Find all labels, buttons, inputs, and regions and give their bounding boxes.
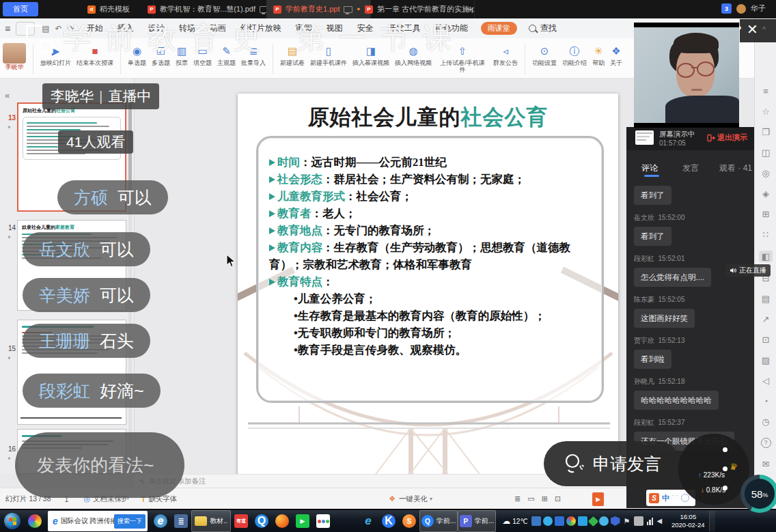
settings-button[interactable]: ⊙ 功能设置 — [529, 40, 559, 76]
taskbar-clock[interactable]: 16:05 2020-02-24 — [671, 513, 705, 529]
k-app-icon[interactable]: K — [378, 511, 399, 531]
strip-share-icon[interactable]: ↗ — [762, 315, 770, 324]
feature-intro-button[interactable]: ⓘ 功能介绍 — [559, 40, 590, 76]
strip-table-icon[interactable]: ⊞ — [762, 210, 770, 219]
thumb-number-15: 15 — [5, 345, 16, 352]
tab-viewers[interactable]: 观看 · 41 — [719, 163, 752, 174]
strip-image-icon[interactable]: ▨ — [762, 356, 770, 365]
strip-speaker-icon[interactable]: ◁ — [762, 376, 769, 385]
shield-tray-icon[interactable] — [611, 516, 620, 526]
tab-comments[interactable]: 评论 — [641, 163, 658, 174]
strip-timer-icon[interactable]: ◔ — [763, 397, 768, 406]
strip-shapes-icon[interactable]: ◫ — [762, 148, 770, 157]
animation-star-icon: ✦ — [7, 234, 12, 240]
wps-window-button[interactable]: P 学前... — [458, 510, 496, 532]
overlay-close-button[interactable]: ✕ — [747, 21, 758, 38]
message-badge[interactable]: 3 — [721, 3, 732, 14]
undo-icon[interactable]: ↶ — [55, 24, 62, 33]
chevron-down-icon[interactable]: ▾ — [430, 496, 432, 502]
notes-app-icon[interactable]: ≣ — [171, 511, 191, 531]
tray-icon[interactable] — [531, 516, 541, 526]
tab-pdf-2[interactable]: P 第一章 古代学前教育的实施.pdf — [358, 0, 475, 18]
menu-find[interactable]: 查找 — [539, 23, 558, 34]
hamburger-icon[interactable]: ≡ — [5, 23, 10, 34]
broadcast-notice-button[interactable]: ◃ 群发公告 — [490, 40, 521, 76]
about-button[interactable]: ❖ 关于 — [607, 40, 625, 76]
slide-canvas[interactable]: 原始社会儿童的社会公育 时间：远古时期——公元前21世纪 社会形态：群居社会；生… — [238, 94, 618, 476]
show-desktop-button[interactable] — [709, 511, 715, 531]
tray-icon[interactable] — [634, 516, 643, 526]
teacher-avatar-button[interactable]: 李晓华 — [0, 40, 29, 76]
strip-chart-icon[interactable]: ◧ — [759, 251, 773, 262]
strip-target-icon[interactable]: ◎ — [762, 169, 769, 178]
frame-icon — [40, 40, 53, 53]
qq-browser-icon[interactable]: Q — [251, 511, 272, 531]
strip-doc-icon[interactable]: ▤ — [762, 294, 770, 303]
home-tab[interactable]: 首页 — [3, 2, 38, 16]
play-from-current-button[interactable]: ▶ — [592, 492, 604, 506]
megaphone-icon: ◃ — [503, 44, 508, 59]
strip-screen-icon[interactable]: ⊡ — [762, 335, 770, 344]
save-icon[interactable]: ▤ — [42, 24, 49, 33]
ime-mode[interactable]: 中 — [662, 493, 669, 503]
tray-icon[interactable] — [566, 516, 576, 526]
slide-title: 原始社会儿童的社会公育 — [238, 103, 618, 132]
strip-collapse-button[interactable]: ^ — [762, 25, 766, 33]
tray-icon[interactable] — [543, 516, 553, 526]
tray-icon[interactable] — [599, 516, 609, 526]
tray-icon[interactable] — [587, 516, 598, 527]
strip-history-icon[interactable]: ◷ — [762, 417, 769, 426]
strip-menu-icon[interactable]: ≡ — [763, 87, 768, 96]
chat-author: 段彩虹 15:52:37 — [634, 418, 747, 428]
search-icon — [529, 25, 536, 32]
be beautify-button[interactable]: 一键美化 — [399, 494, 428, 504]
iqiyi-icon[interactable]: ▶ — [292, 511, 313, 531]
chat-message: 看到了 — [634, 186, 747, 205]
pinwheel-app-icon[interactable] — [25, 511, 45, 531]
flag-tray-icon[interactable]: ⚑ — [622, 516, 632, 526]
user-avatar[interactable] — [736, 4, 746, 14]
teacher-webcam-video — [634, 23, 739, 128]
tab-pdf-1[interactable]: P 教学机智：教育智...慧(1).pdf — [141, 0, 279, 18]
start-button[interactable] — [0, 511, 25, 531]
ie-icon-2[interactable]: e — [358, 511, 378, 531]
tab-ppt-active[interactable]: P 学前教育史1.ppt • — [266, 0, 371, 18]
strip-layers-icon[interactable]: ❐ — [762, 128, 770, 137]
strip-award-icon[interactable]: ◈ — [762, 189, 769, 198]
thumb-number-13: 13 — [5, 114, 16, 122]
normal-view-icon[interactable]: ▭ — [527, 494, 534, 503]
notes-view-icon[interactable]: ≣ — [514, 494, 521, 503]
pdf-icon: P — [365, 5, 373, 14]
network-tray-icon[interactable] — [646, 516, 655, 526]
more-options-button[interactable] — [723, 447, 728, 490]
strip-help-icon[interactable]: ? — [761, 438, 771, 448]
apply-speak-button[interactable]: 申请发言 — [544, 441, 680, 486]
help-button[interactable]: ✳ 帮助 — [590, 40, 607, 76]
tray-icon[interactable] — [555, 516, 564, 526]
chat-input-overlay[interactable]: 发表你的看法~ — [15, 432, 184, 498]
new-tab-button[interactable]: + — [467, 3, 473, 14]
yuketang-tab[interactable]: 雨课堂 — [481, 22, 517, 35]
search-go-button[interactable]: 搜索一下 — [114, 514, 146, 529]
strip-grid-icon[interactable]: ∷ — [763, 230, 768, 239]
firefox-icon[interactable] — [272, 511, 292, 531]
user-name[interactable]: 华子 — [751, 3, 766, 14]
youdao-icon[interactable]: 有道 — [231, 511, 251, 531]
classroom-window-button[interactable]: Q 学前... — [419, 510, 458, 532]
strip-star-icon[interactable]: ☆ — [762, 107, 770, 116]
ie-globe-icon[interactable]: e — [150, 511, 171, 531]
frame-icon — [26, 25, 42, 38]
strip-mail-icon[interactable]: ✉ — [762, 460, 770, 468]
security-suite-icon[interactable] — [313, 511, 333, 531]
taskbar-search-box[interactable]: e 国际会议 跨洲传播 搜索一下 — [48, 511, 148, 531]
sorter-view-icon[interactable]: ⊞ — [542, 494, 548, 503]
volume-tray-icon[interactable]: ◀ — [657, 516, 667, 526]
tab-speak[interactable]: 发言 — [682, 163, 699, 174]
collapse-panel-button[interactable]: « — [5, 90, 10, 100]
exit-presentation-button[interactable]: 退出演示 — [707, 132, 747, 143]
tray-icon[interactable] — [578, 516, 587, 526]
folder-window-button[interactable]: 教材.. — [191, 510, 231, 532]
reading-view-icon[interactable]: ⊡ — [555, 494, 561, 503]
fox-app-icon[interactable]: S — [399, 511, 419, 531]
weather-tray[interactable]: ☁ 12℃ — [500, 511, 530, 531]
